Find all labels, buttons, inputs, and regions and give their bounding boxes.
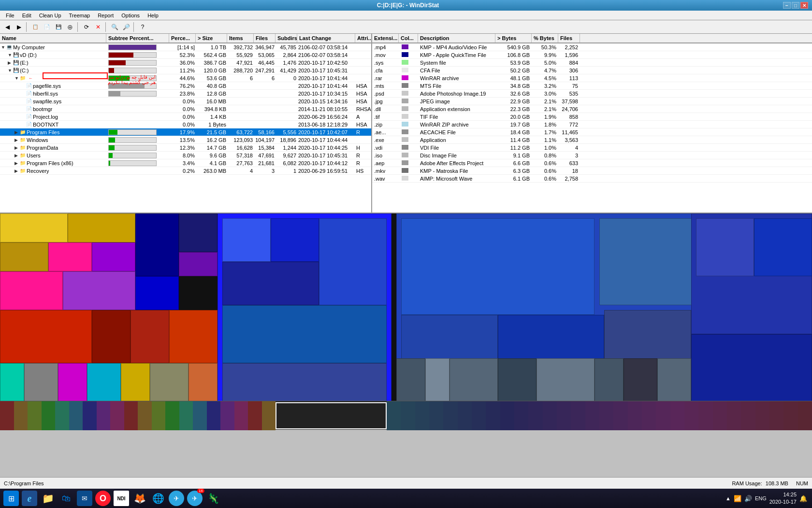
toolbar-stop[interactable]: ✕: [93, 22, 103, 32]
taskbar-folder-icon[interactable]: 📁: [40, 491, 56, 506]
tree-row[interactable]: ▶📁ProgramData12.3%14.7 GB16,62815,3841,2…: [0, 144, 371, 152]
toolbar-help[interactable]: ?: [137, 22, 148, 32]
menu-options[interactable]: Options: [117, 12, 144, 19]
treemap-block[interactable]: [169, 310, 218, 363]
start-button[interactable]: ⊞: [3, 491, 19, 506]
col-attri[interactable]: Attri...: [355, 34, 372, 42]
toolbar-zoom-out[interactable]: 🔎: [121, 22, 131, 32]
treemap-block[interactable]: [179, 252, 218, 276]
tray-clock[interactable]: 14:25 2020-10-17: [769, 491, 797, 506]
expand-icon[interactable]: ▼: [8, 68, 13, 73]
ext-row[interactable]: .mkv KMP - Matroska File 6.3 GB 0.6% 18: [372, 167, 812, 175]
treemap-block[interactable]: [396, 358, 425, 401]
ext-row[interactable]: .jpg JPEG image 22.9 GB 2.1% 37,598: [372, 98, 812, 105]
col-pct-bytes[interactable]: % Bytes: [532, 34, 558, 42]
extension-table[interactable]: .mp4 KMP - MP4 Audio/Video File 540.9 GB…: [372, 43, 812, 212]
col-size[interactable]: > Size: [196, 34, 227, 42]
menu-report[interactable]: Report: [94, 12, 117, 19]
tree-row[interactable]: ▶📁Users8.0%9.6 GB57,31847,6919,6272020-1…: [0, 152, 371, 159]
tray-notification[interactable]: 🔔: [799, 495, 807, 502]
menu-edit[interactable]: Edit: [18, 12, 35, 19]
ext-row[interactable]: .mov KMP - Apple QuickTime File 106.8 GB…: [372, 51, 812, 59]
treemap-block[interactable]: [48, 242, 92, 271]
treemap-block[interactable]: [0, 213, 68, 242]
menu-help[interactable]: Help: [144, 12, 162, 19]
tree-row[interactable]: ▶📁Program Files17.9%21.5 GB63,72258,1665…: [0, 128, 371, 136]
tree-row[interactable]: ▼💻My Computer[1:14 s]1.0 TB392,732346,94…: [0, 43, 371, 51]
tree-row[interactable]: ▶📁Program Files (x86)3.4%4.1 GB27,76321,…: [0, 159, 371, 167]
taskbar-game-icon[interactable]: 🦎: [205, 491, 221, 506]
maximize-button[interactable]: □: [792, 2, 799, 9]
treemap-block[interactable]: [135, 276, 179, 310]
treemap-block[interactable]: [425, 358, 450, 401]
treemap-visualization[interactable]: [0, 212, 812, 401]
treemap-block[interactable]: [222, 218, 271, 262]
treemap-block[interactable]: [696, 218, 754, 276]
file-tree-table[interactable]: ▼💻My Computer[1:14 s]1.0 TB392,732346,94…: [0, 43, 371, 212]
menu-treemap[interactable]: Treemap: [65, 12, 94, 19]
treemap-block[interactable]: [179, 213, 218, 252]
treemap-block[interactable]: [536, 358, 594, 401]
taskbar-firefox-icon[interactable]: 🦊: [132, 491, 147, 506]
treemap-block[interactable]: [135, 213, 179, 276]
col-lastchange[interactable]: Last Change: [297, 34, 355, 42]
treemap-block[interactable]: [150, 363, 188, 401]
col-subdirs[interactable]: Subdirs: [276, 34, 297, 42]
taskbar-opera-icon[interactable]: O: [95, 491, 111, 506]
menu-cleanup[interactable]: Clean Up: [35, 12, 65, 19]
col-name[interactable]: Name: [0, 34, 106, 42]
treemap-block[interactable]: [68, 213, 135, 242]
toolbar-zoom-in[interactable]: 🔍: [109, 22, 120, 32]
window-controls[interactable]: − □ ✕: [783, 2, 808, 9]
tree-row[interactable]: 📄Project.log0.0%1.4 KB2020-06-29 16:56:2…: [0, 113, 371, 121]
expand-icon[interactable]: ▶: [14, 169, 19, 173]
tree-row[interactable]: 📄pagefile.sys76.2%40.8 GB2020-10-17 10:4…: [0, 82, 371, 90]
treemap-block[interactable]: [0, 242, 48, 271]
treemap-block[interactable]: [24, 363, 58, 401]
col-desc[interactable]: Description: [418, 34, 495, 42]
expand-icon[interactable]: ▼: [14, 76, 19, 81]
ext-row[interactable]: .tif TIF File 20.0 GB 1.9% 858: [372, 113, 812, 121]
treemap-block[interactable]: [754, 218, 812, 276]
ext-row[interactable]: .rar WinRAR archive 48.1 GB 4.5% 113: [372, 74, 812, 82]
treemap-block[interactable]: [594, 358, 624, 401]
menu-file[interactable]: File: [2, 12, 18, 19]
ext-row[interactable]: .aep Adobe After Effects Project 6.6 GB …: [372, 159, 812, 167]
ext-row[interactable]: .zip WinRAR ZIP archive 19.7 GB 1.8% 772: [372, 121, 812, 128]
treemap-block[interactable]: [624, 358, 657, 401]
toolbar-save[interactable]: 💾: [53, 22, 64, 32]
treemap-block[interactable]: [130, 310, 169, 363]
col-items[interactable]: Items: [227, 34, 254, 42]
tray-expand[interactable]: ▲: [725, 495, 731, 501]
treemap-block[interactable]: [271, 218, 319, 262]
ext-row[interactable]: .dll Application extension 22.3 GB 2.1% …: [372, 105, 812, 113]
expand-icon[interactable]: ▶: [14, 138, 19, 142]
taskbar-telegram2-icon[interactable]: ✈ 16: [187, 491, 203, 506]
tree-row[interactable]: ▶📁Recovery0.2%263.0 MB4312020-06-29 16:5…: [0, 167, 371, 175]
treemap-block[interactable]: [498, 358, 536, 401]
col-ext[interactable]: Extensi...: [372, 34, 399, 42]
tree-row[interactable]: ▼💾vD (D:)52.3%562.4 GB55,92953,0652,8642…: [0, 51, 371, 59]
treemap-block[interactable]: [691, 334, 812, 401]
ext-row[interactable]: .iso Disc Image File 9.1 GB 0.8% 3: [372, 152, 812, 159]
treemap-block[interactable]: [188, 363, 218, 401]
toolbar-refresh[interactable]: ⟳: [81, 22, 92, 32]
tree-row[interactable]: 📄swapfile.sys0.0%16.0 MB2020-10-15 14:34…: [0, 98, 371, 105]
minimize-button[interactable]: −: [783, 2, 791, 9]
col-color[interactable]: Col...: [399, 34, 418, 42]
treemap-block[interactable]: [121, 363, 150, 401]
tree-row[interactable]: 📄bootmgr0.0%394.8 KB2014-11-21 08:10:55R…: [0, 105, 371, 113]
ext-row[interactable]: .sys System file 53.9 GB 5.0% 884: [372, 59, 812, 67]
tree-row[interactable]: ▶📁Windows13.5%16.2 GB123,093104,19718,89…: [0, 136, 371, 144]
toolbar-forward[interactable]: ▶: [14, 22, 24, 32]
expand-icon[interactable]: ▶: [8, 60, 13, 65]
ext-row[interactable]: .cfa CFA File 50.2 GB 4.7% 306: [372, 67, 812, 74]
thumbnail-viewport[interactable]: [276, 402, 387, 429]
tree-row[interactable]: ▶💾(E:)36.0%386.7 GB47,92146,4451,4762020…: [0, 59, 371, 67]
taskbar-store-icon[interactable]: 🛍: [58, 491, 74, 506]
ext-row[interactable]: .wav AIMP: Microsoft Wave 6.1 GB 0.6% 2,…: [372, 175, 812, 183]
toolbar-copy[interactable]: ⊕: [65, 22, 75, 32]
taskbar-mail-icon[interactable]: ✉: [77, 491, 92, 506]
toolbar-open[interactable]: 📄: [42, 22, 52, 32]
toolbar-back[interactable]: ◀: [2, 22, 13, 32]
